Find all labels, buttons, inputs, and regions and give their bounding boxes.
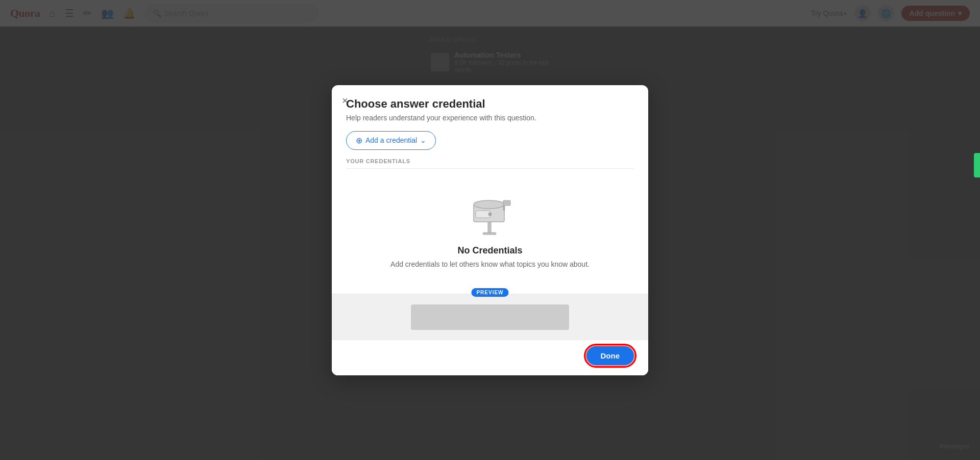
modal-header: × Choose answer credential Help readers … <box>332 85 648 158</box>
credentials-section-label: YOUR CREDENTIALS <box>346 158 634 169</box>
empty-credentials-area: No Credentials Add credentials to let ot… <box>332 169 648 294</box>
modal-title: Choose answer credential <box>346 97 634 111</box>
mailbox-illustration <box>464 189 516 235</box>
no-credentials-title: No Credentials <box>457 245 522 256</box>
modal-body: YOUR CREDENTIALS <box>332 158 648 294</box>
svg-point-3 <box>474 200 504 209</box>
no-credentials-description: Add credentials to let others know what … <box>390 260 590 268</box>
preview-content-placeholder <box>411 304 569 330</box>
done-button[interactable]: Done <box>586 346 634 365</box>
preview-section: PREVIEW <box>332 294 648 340</box>
svg-rect-7 <box>503 200 510 206</box>
close-button[interactable]: × <box>342 95 348 106</box>
add-credential-button[interactable]: ⊕ Add a credential ⌄ <box>346 131 436 150</box>
svg-point-5 <box>488 213 492 216</box>
modal-overlay: × Choose answer credential Help readers … <box>0 0 980 460</box>
modal-subtitle: Help readers understand your experience … <box>346 114 634 122</box>
credential-modal: × Choose answer credential Help readers … <box>332 85 648 375</box>
svg-rect-4 <box>476 211 490 218</box>
plus-circle-icon: ⊕ <box>356 136 362 145</box>
preview-badge: PREVIEW <box>471 288 508 297</box>
modal-footer: Done <box>332 340 648 375</box>
chevron-down-icon: ⌄ <box>420 136 426 144</box>
svg-rect-1 <box>483 233 496 235</box>
credentials-section: YOUR CREDENTIALS <box>332 158 648 169</box>
add-credential-label: Add a credential <box>365 136 417 144</box>
